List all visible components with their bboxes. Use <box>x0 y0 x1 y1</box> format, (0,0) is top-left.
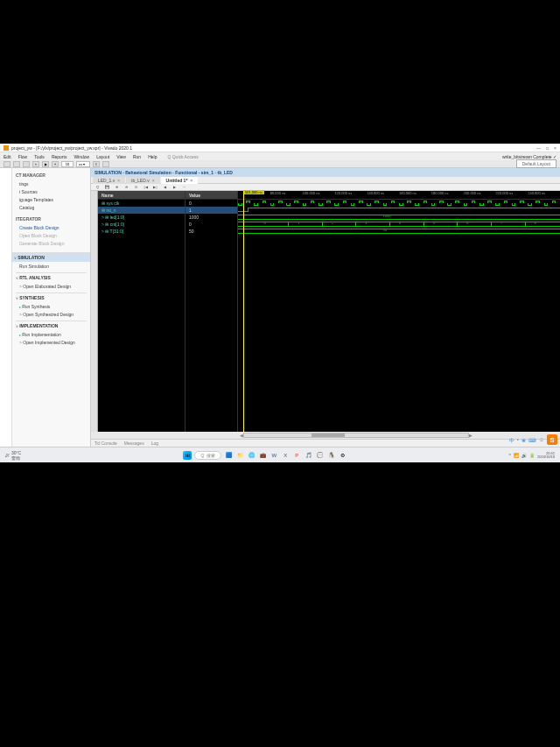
search-placeholder: 搜索 <box>206 453 215 458</box>
nav-catalog[interactable]: Catalog <box>16 203 87 211</box>
menu-window[interactable]: Window <box>74 154 89 159</box>
tab-tb-led[interactable]: tb_LED.v× <box>126 177 160 184</box>
nav-open-synthesized[interactable]: > Open Synthesized Design <box>16 310 87 318</box>
nav-header-implementation[interactable]: IMPLEMENTATION <box>16 321 87 330</box>
weather-widget[interactable]: ⛈ 30°C 雷雨 <box>5 450 21 461</box>
menu-reports[interactable]: Reports <box>52 154 67 159</box>
menu-view[interactable]: View <box>116 154 126 159</box>
nav-settings[interactable]: tings <box>16 180 87 187</box>
tray-volume-icon[interactable]: 🔊 <box>522 453 527 458</box>
menu-layout[interactable]: Layout <box>96 154 109 159</box>
toolbar-btn-8[interactable] <box>102 161 109 167</box>
tray-up-icon[interactable]: ^ <box>509 453 511 458</box>
taskbar-excel[interactable]: X <box>281 451 290 460</box>
tick: 140.000 ns <box>367 191 384 195</box>
taskbar-app-6[interactable]: 🐧 <box>326 451 335 460</box>
nav-run-synthesis[interactable]: Run Synthesis <box>16 302 87 310</box>
nav-create-block[interactable]: Create Block Design <box>16 223 87 231</box>
value-t: 50 <box>186 228 237 235</box>
horizontal-scrollbar[interactable]: ◀ ▶ <box>91 432 560 439</box>
tick: 240.000 ns <box>528 191 545 195</box>
wave-zoom-in-icon[interactable]: ⊕ <box>114 185 120 190</box>
toolbar-btn-4[interactable]: × <box>32 161 39 167</box>
signal-sys-clk[interactable]: ⊞ sys clk <box>98 200 185 207</box>
toolbar-btn-7[interactable]: ≡ <box>93 161 100 167</box>
time-cursor[interactable] <box>243 191 244 432</box>
wave-goto-icon[interactable]: ↔ <box>181 185 187 190</box>
nav-run-simulation[interactable]: Run Simulation <box>16 262 87 270</box>
taskbar-app-7[interactable]: ⚙ <box>338 451 346 460</box>
ime-face-icon[interactable]: ☺ <box>539 437 544 445</box>
nav-header-rtl[interactable]: RTL ANALYSIS <box>16 272 87 282</box>
nav-sources[interactable]: i Sources <box>16 187 87 195</box>
scope-tab[interactable] <box>91 191 98 432</box>
ime-flower-icon[interactable]: ❀ <box>522 437 526 445</box>
tray-wifi-icon[interactable]: 📶 <box>514 453 519 458</box>
ime-toolbar[interactable]: 中 • ❀ ⌨ ☺ <box>509 437 544 445</box>
menu-flow[interactable]: Flow <box>18 154 28 159</box>
taskbar-ppt[interactable]: P <box>292 451 301 460</box>
wave-zoom-out-icon[interactable]: ⊖ <box>123 185 130 190</box>
taskbar-app-3[interactable]: 💼 <box>258 451 267 460</box>
toolbar-btn-3[interactable] <box>23 161 30 167</box>
scroll-thumb[interactable] <box>312 433 345 437</box>
menu-edit[interactable]: Edit <box>4 154 11 159</box>
time-unit-select[interactable]: us ▾ <box>76 161 90 167</box>
time-marker: 501.000 ns <box>243 190 264 194</box>
nav-open-block[interactable]: Open Block Design <box>16 231 87 239</box>
taskbar-app-2[interactable]: 📁 <box>235 451 244 460</box>
tab-messages[interactable]: Messages <box>124 440 144 446</box>
tab-untitled[interactable]: Untitled 1*× <box>161 177 199 184</box>
nav-run-implementation[interactable]: Run Implementation <box>16 330 87 338</box>
ime-dot-icon[interactable]: • <box>517 437 519 445</box>
wave-step-back-icon[interactable]: ◀ <box>162 185 168 190</box>
tab-tcl-console[interactable]: Tcl Console <box>94 440 117 446</box>
wave-search-icon[interactable]: Q <box>94 185 101 190</box>
wave-zoom-fit-icon[interactable]: ⊡ <box>133 185 139 190</box>
editor-tabs: LED_1.v× tb_LED.v× Untitled 1*× <box>91 177 560 184</box>
wave-next-icon[interactable]: ▶| <box>152 185 158 190</box>
menu-tools[interactable]: Tools <box>34 154 45 159</box>
menu-run[interactable]: Run <box>133 154 141 159</box>
toolbar-btn-2[interactable] <box>13 161 20 167</box>
taskbar-search[interactable]: Q 搜索 <box>194 451 221 460</box>
nav-open-elaborated[interactable]: > Open Elaborated Design <box>16 282 87 290</box>
signal-value-column: Value 0 1 1000 0 50 <box>186 191 238 432</box>
close-button[interactable]: × <box>554 145 556 151</box>
signal-t[interactable]: > ⊞ T[31:0] <box>98 228 185 235</box>
nav-header-synthesis[interactable]: SYNTHESIS <box>16 292 87 302</box>
wave-step-fwd-icon[interactable]: ▶ <box>172 185 178 190</box>
toolbar-btn-6[interactable]: » <box>52 161 59 167</box>
start-button[interactable]: ⊞ <box>183 451 192 460</box>
taskbar-app-5[interactable]: 💬 <box>315 451 324 460</box>
ime-lang-icon[interactable]: 中 <box>509 437 514 445</box>
signal-led[interactable]: > ⊞ led[1:0] <box>98 214 185 221</box>
nav-templates[interactable]: iguage Templates <box>16 195 87 203</box>
ime-keyboard-icon[interactable]: ⌨ <box>528 437 536 445</box>
toolbar-btn-1[interactable] <box>4 161 10 167</box>
taskbar-app-4[interactable]: 🎵 <box>304 451 312 460</box>
tab-log[interactable]: Log <box>151 440 158 446</box>
taskbar-clock[interactable]: 20:42 2024/10/10 <box>537 452 555 459</box>
nav-gen-block[interactable]: Generate Block Design <box>16 239 87 247</box>
tab-led[interactable]: LED_1.v× <box>93 177 125 184</box>
wave-prev-icon[interactable]: |◀ <box>143 185 149 190</box>
toolbar-btn-5[interactable]: ▶ <box>42 161 49 167</box>
waveform-canvas[interactable]: 501.000 ns 80.000 ns 100.000 ns 120.000 … <box>238 191 560 432</box>
time-input[interactable]: 10 <box>61 161 74 167</box>
menu-help[interactable]: Help <box>148 154 157 159</box>
quick-access[interactable]: Q Quick Access <box>167 154 198 159</box>
taskbar-edge[interactable]: 🌐 <box>247 451 256 460</box>
signal-rst-n[interactable]: ⊞ rst_n <box>98 207 185 214</box>
tray-battery-icon[interactable]: 🔋 <box>529 453 535 458</box>
nav-header-simulation[interactable]: SIMULATION <box>12 252 90 262</box>
maximize-button[interactable]: □ <box>546 145 549 151</box>
nav-open-implemented[interactable]: > Open Implemented Design <box>16 338 87 346</box>
taskbar-app-1[interactable]: 🟦 <box>224 451 233 460</box>
layout-selector[interactable]: Default Layout <box>516 159 556 168</box>
sogou-icon[interactable]: S <box>547 434 557 445</box>
minimize-button[interactable]: — <box>536 145 541 151</box>
taskbar-word[interactable]: W <box>270 451 278 460</box>
signal-cnt[interactable]: > ⊞ cnt[1:0] <box>98 221 185 228</box>
wave-save-icon[interactable]: 💾 <box>104 185 110 190</box>
